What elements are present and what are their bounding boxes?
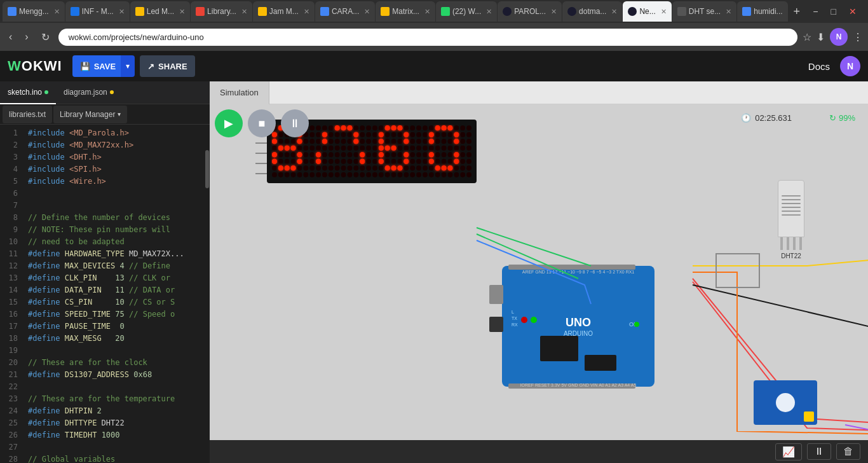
- menu-button[interactable]: ⋮: [853, 31, 863, 43]
- tab-close-22w[interactable]: ✕: [486, 8, 492, 16]
- tab-parol[interactable]: PAROL... ✕: [498, 1, 562, 22]
- sketch-modified-dot: [44, 90, 48, 94]
- i2c-module-circle: [776, 393, 795, 412]
- play-button[interactable]: ▶: [215, 109, 243, 137]
- code-content[interactable]: #include <MD_Parola.h> #include <MD_MAX7…: [23, 125, 205, 463]
- svg-rect-1: [489, 285, 503, 304]
- tab-jam[interactable]: Jam M... ✕: [253, 1, 315, 22]
- diagram-modified-dot: [110, 90, 114, 94]
- window-controls: − □ ✕: [809, 6, 865, 17]
- share-label: SHARE: [158, 62, 187, 71]
- dht22-pins: [780, 237, 802, 250]
- sim-bottom-bar: 📈 ⏸ 🗑: [210, 440, 868, 463]
- close-button[interactable]: ✕: [845, 6, 860, 17]
- library-manager-label: Library Manager: [60, 110, 115, 119]
- delete-button[interactable]: 🗑: [836, 443, 860, 460]
- svg-text:IOREF  RESET  3.3V  5V  GND  G: IOREF RESET 3.3V 5V GND GND VIN A0 A1 A2…: [520, 383, 637, 387]
- timer-value: 02:25.631: [755, 113, 792, 123]
- tab-close-inf[interactable]: ✕: [119, 8, 125, 16]
- profile-button[interactable]: N: [830, 28, 848, 46]
- tab-library[interactable]: Library... ✕: [191, 1, 252, 22]
- wokwi-profile-button[interactable]: N: [840, 56, 860, 76]
- tab-close-dht[interactable]: ✕: [726, 8, 731, 16]
- tab-icon-jam: [258, 7, 267, 16]
- code-scrollbar-thumb[interactable]: [205, 150, 209, 188]
- back-button[interactable]: ‹: [5, 29, 16, 45]
- code-editor[interactable]: 12345 678910 1112131415 1617181920 21222…: [0, 125, 210, 463]
- tab-close-dotma[interactable]: ✕: [611, 8, 617, 16]
- tab-icon-dotma: [567, 7, 576, 16]
- tab-icon-22w: [441, 7, 450, 16]
- editor-area: sketch.ino diagram.json libraries.txt Li…: [0, 81, 868, 463]
- minimize-button[interactable]: −: [809, 6, 822, 17]
- docs-button[interactable]: Docs: [808, 61, 830, 72]
- libraries-txt-tab[interactable]: libraries.txt: [3, 106, 52, 123]
- forward-button[interactable]: ›: [21, 29, 32, 45]
- simulation-toolbar: ▶ ■ ⏸: [215, 109, 309, 137]
- tab-ne-active[interactable]: Ne... ✕: [623, 1, 671, 22]
- tab-close-mengg[interactable]: ✕: [54, 8, 60, 16]
- share-button[interactable]: ↗ SHARE: [140, 55, 195, 77]
- dht22-label: DHT22: [781, 252, 801, 259]
- clock-icon: 🕐: [741, 113, 751, 123]
- tab-label-humidi: humidi...: [754, 7, 782, 16]
- tab-icon-matrix: [381, 7, 390, 16]
- file-tab-diagram[interactable]: diagram.json: [56, 81, 121, 104]
- chart-button[interactable]: 📈: [775, 443, 802, 460]
- rtc-module-outline: [715, 253, 760, 288]
- dht22-pin-3: [793, 237, 796, 250]
- tab-close-led[interactable]: ✕: [179, 8, 185, 16]
- tab-label-led: Led M...: [147, 7, 174, 16]
- simulation-timer: 🕐 02:25.631: [741, 113, 792, 123]
- tab-matrix[interactable]: Matrix... ✕: [376, 1, 435, 22]
- tab-icon-parol: [503, 7, 512, 16]
- tab-close-matrix[interactable]: ✕: [424, 8, 430, 16]
- progress-icon: ↻: [829, 113, 836, 123]
- tab-dht[interactable]: DHT se... ✕: [672, 1, 736, 22]
- file-tab-sketch[interactable]: sketch.ino: [0, 81, 56, 104]
- library-manager-tab[interactable]: Library Manager ▾: [53, 106, 127, 123]
- tab-icon-ne: [628, 7, 637, 16]
- tab-inf[interactable]: INF - M... ✕: [65, 1, 130, 22]
- svg-point-10: [634, 322, 639, 327]
- bookmark-button[interactable]: ☆: [803, 31, 811, 43]
- progress-value: 99%: [839, 113, 855, 123]
- tab-close-parol[interactable]: ✕: [551, 8, 557, 16]
- pause-button[interactable]: ⏸: [281, 109, 309, 137]
- matrix-pin-2: [255, 142, 267, 144]
- dht22-pin-4: [799, 237, 802, 250]
- tab-led[interactable]: Led M... ✕: [130, 1, 190, 22]
- save-dropdown-button[interactable]: ▾: [121, 55, 135, 77]
- save-button[interactable]: 💾 SAVE: [72, 55, 123, 77]
- svg-text:AREF  GND  13  12  ~11  ~10  ~: AREF GND 13 12 ~11 ~10 ~9 8 7 ~6 ~5 4 ~3…: [522, 270, 635, 274]
- tab-dotma[interactable]: dotma... ✕: [562, 1, 622, 22]
- simulation-tab[interactable]: Simulation: [210, 81, 269, 104]
- sim-pause-button[interactable]: ⏸: [807, 443, 831, 460]
- tab-close-library[interactable]: ✕: [241, 8, 247, 16]
- tab-humidi[interactable]: humidi...: [737, 1, 787, 22]
- tab-label-cara: CARA...: [332, 7, 359, 16]
- tab-close-ne[interactable]: ✕: [661, 8, 667, 16]
- tab-close-jam[interactable]: ✕: [304, 8, 309, 16]
- tab-label-inf: INF - M...: [82, 7, 114, 16]
- simulation-progress: ↻ 99%: [829, 113, 855, 123]
- stop-button[interactable]: ■: [248, 109, 276, 137]
- file-tab-diagram-label: diagram.json: [64, 88, 107, 97]
- code-scrollbar[interactable]: [205, 125, 210, 463]
- tab-22w[interactable]: (22) W... ✕: [436, 1, 497, 22]
- download-button[interactable]: ⬇: [817, 31, 825, 43]
- reload-button[interactable]: ↻: [37, 29, 53, 46]
- wire-purple: [845, 399, 868, 438]
- new-tab-button[interactable]: +: [789, 5, 806, 18]
- maximize-button[interactable]: □: [827, 6, 840, 17]
- tab-icon-mengg: [8, 7, 17, 16]
- code-panel: sketch.ino diagram.json libraries.txt Li…: [0, 81, 210, 463]
- svg-text:RX: RX: [512, 322, 518, 327]
- tab-label-mengg: Mengg...: [19, 7, 49, 16]
- save-label: SAVE: [94, 62, 116, 71]
- tab-mengg[interactable]: Mengg... ✕: [3, 1, 65, 22]
- address-input[interactable]: [58, 29, 797, 46]
- tab-close-cara[interactable]: ✕: [364, 8, 370, 16]
- address-bar: ‹ › ↻ ☆ ⬇ N ⋮: [0, 23, 868, 51]
- tab-cara[interactable]: CARA... ✕: [315, 1, 375, 22]
